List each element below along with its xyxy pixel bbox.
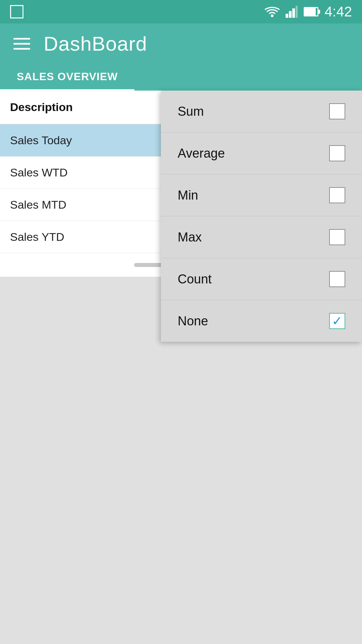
tab-sales-overview[interactable]: SALES OVERVIEW: [0, 64, 134, 91]
dropdown-item-checkbox[interactable]: [329, 271, 345, 287]
status-time: 4:42: [324, 4, 352, 20]
battery-icon: [304, 7, 318, 16]
status-bar-left: [10, 5, 23, 18]
svg-rect-3: [292, 8, 295, 18]
app-header: DashBoard: [0, 23, 362, 64]
dropdown-item[interactable]: None✓: [161, 300, 362, 342]
dropdown-item[interactable]: Sum: [161, 91, 362, 132]
dropdown-item[interactable]: Average: [161, 132, 362, 174]
svg-rect-4: [296, 6, 298, 18]
dropdown-item-label: None: [178, 314, 208, 328]
dropdown-item-label: Sum: [178, 104, 204, 119]
dropdown-item-checkbox[interactable]: [329, 229, 345, 245]
dropdown-item-label: Average: [178, 146, 225, 161]
dropdown-item[interactable]: Max: [161, 216, 362, 258]
dropdown-item-checkbox[interactable]: [329, 145, 345, 161]
signal-icon: [286, 6, 298, 18]
dropdown-item[interactable]: Min: [161, 174, 362, 216]
status-bar: 4:42: [0, 0, 362, 23]
svg-rect-2: [289, 11, 292, 18]
svg-point-0: [271, 14, 274, 17]
dropdown-item[interactable]: Count: [161, 258, 362, 300]
screen-icon: [10, 5, 23, 18]
main-content: Description This Ye Sales Today505,85Sal…: [0, 91, 362, 277]
status-bar-right: 4:42: [265, 4, 352, 20]
dropdown-item-label: Count: [178, 272, 212, 286]
tab-bar: SALES OVERVIEW: [0, 64, 362, 91]
dropdown-item-checkbox[interactable]: [329, 103, 345, 119]
dropdown-item-checkbox[interactable]: ✓: [329, 313, 345, 329]
wifi-icon: [265, 6, 280, 17]
dropdown-item-label: Max: [178, 230, 202, 245]
dropdown-item-checkbox[interactable]: [329, 187, 345, 203]
checkmark-icon: ✓: [332, 315, 343, 327]
dropdown-menu: SumAverageMinMaxCountNone✓: [161, 91, 362, 342]
svg-rect-1: [286, 14, 288, 18]
app-title: DashBoard: [44, 32, 147, 55]
hamburger-menu-icon[interactable]: [13, 38, 30, 50]
dropdown-item-label: Min: [178, 188, 198, 203]
